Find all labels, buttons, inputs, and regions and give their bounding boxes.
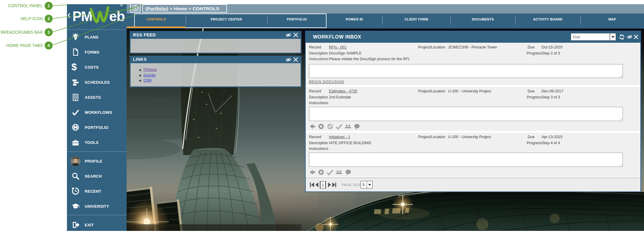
svg-text:BREADCRUMBS BAR: BREADCRUMBS BAR <box>1 30 43 35</box>
svg-text:2: 2 <box>48 16 50 21</box>
svg-text:3: 3 <box>48 30 50 35</box>
svg-text:CONTROL PANEL: CONTROL PANEL <box>8 4 43 8</box>
svg-text:HELP ICON: HELP ICON <box>21 17 43 21</box>
svg-text:1: 1 <box>48 3 50 8</box>
svg-text:1: 1 <box>322 183 324 187</box>
svg-text:HOME PAGE TABS: HOME PAGE TABS <box>6 43 43 48</box>
svg-text:4: 4 <box>48 43 50 48</box>
